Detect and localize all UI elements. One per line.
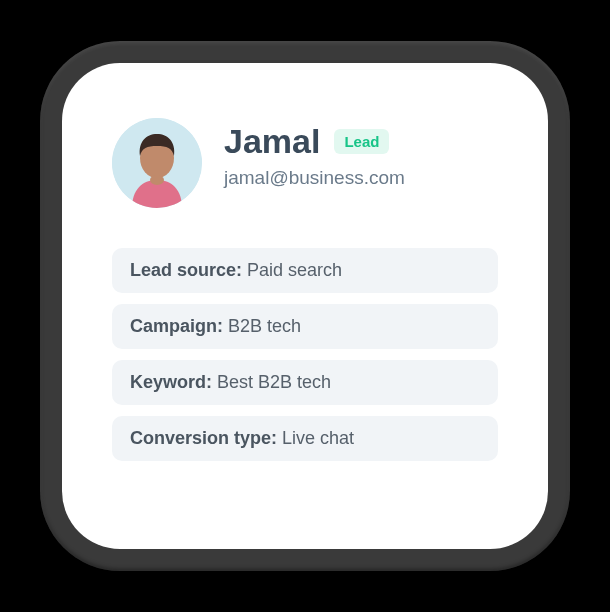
- card-header: Jamal Lead jamal@business.com: [112, 118, 498, 208]
- detail-campaign: Campaign: B2B tech: [112, 304, 498, 349]
- contact-name: Jamal: [224, 122, 320, 161]
- device-frame: Jamal Lead jamal@business.com Lead sourc…: [40, 41, 570, 571]
- status-badge: Lead: [334, 129, 389, 154]
- detail-keyword: Keyword: Best B2B tech: [112, 360, 498, 405]
- detail-value: Best B2B tech: [217, 372, 331, 392]
- contact-info: Jamal Lead jamal@business.com: [224, 118, 498, 189]
- contact-email: jamal@business.com: [224, 167, 498, 189]
- detail-value: Paid search: [247, 260, 342, 280]
- name-row: Jamal Lead: [224, 122, 498, 161]
- details-list: Lead source: Paid search Campaign: B2B t…: [112, 248, 498, 461]
- detail-lead-source: Lead source: Paid search: [112, 248, 498, 293]
- detail-value: Live chat: [282, 428, 354, 448]
- detail-label: Campaign:: [130, 316, 223, 336]
- svg-point-2: [150, 175, 164, 185]
- detail-label: Lead source:: [130, 260, 242, 280]
- detail-conversion: Conversion type: Live chat: [112, 416, 498, 461]
- detail-label: Keyword:: [130, 372, 212, 392]
- lead-card: Jamal Lead jamal@business.com Lead sourc…: [62, 63, 548, 549]
- detail-value: B2B tech: [228, 316, 301, 336]
- avatar-icon: [112, 118, 202, 208]
- detail-label: Conversion type:: [130, 428, 277, 448]
- avatar: [112, 118, 202, 208]
